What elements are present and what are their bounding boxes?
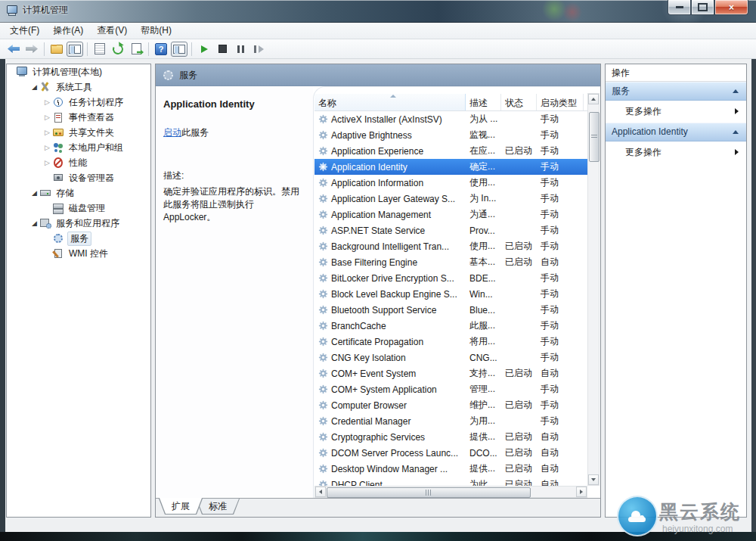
service-row[interactable]: DHCP Client 为此... 已启动 自动 (314, 477, 587, 486)
scroll-left-button[interactable] (315, 487, 326, 497)
action-item[interactable]: 更多操作 (606, 101, 746, 123)
service-row[interactable]: Credential Manager 为用... 手动 (314, 413, 587, 429)
tree-item[interactable]: 设备管理器 (7, 170, 150, 185)
tree-item[interactable]: ▷ 本地用户和组 (7, 140, 150, 155)
service-row[interactable]: Certificate Propagation 将用... 手动 (314, 334, 587, 350)
view-tab[interactable]: 标准 (196, 499, 240, 515)
menu-item[interactable]: 操作(A) (46, 23, 90, 39)
collapse-icon[interactable] (733, 130, 739, 134)
open-folder-icon[interactable] (48, 42, 65, 57)
tree-item[interactable]: ▷ 事件查看器 (7, 110, 150, 125)
service-row[interactable]: CNG Key Isolation CNG... 手动 (314, 350, 587, 365)
service-row[interactable]: BranchCache 此服... 手动 (314, 318, 587, 334)
tree-expander-icon[interactable]: ▷ (42, 159, 52, 166)
tree-expander-icon[interactable]: ▷ (42, 98, 52, 106)
console-tree-toggle-icon[interactable] (67, 42, 83, 57)
refresh-icon[interactable] (110, 42, 126, 57)
service-row[interactable]: Bluetooth Support Service Blue... 手动 (314, 302, 587, 318)
action-item[interactable]: 更多操作 (606, 141, 746, 163)
service-row[interactable]: Block Level Backup Engine S... Win... 手动 (314, 286, 587, 302)
tree-item[interactable]: ◢ 存储 (7, 185, 150, 201)
service-row[interactable]: Application Management 为通... 手动 (314, 207, 587, 222)
service-startup-type: 手动 (537, 160, 584, 173)
tree-expander-icon[interactable]: ◢ (29, 219, 39, 227)
service-row[interactable]: Desktop Window Manager ... 提供... 已启动 自动 (314, 461, 587, 477)
service-row[interactable]: Computer Browser 维护... 已启动 手动 (314, 397, 587, 413)
service-gear-icon (318, 225, 328, 235)
scroll-up-button[interactable] (588, 94, 599, 104)
tree-expander-icon[interactable]: ▷ (42, 144, 52, 151)
tree-item[interactable]: ▷ 任务计划程序 (7, 95, 150, 110)
start-service-link[interactable]: 启动 (163, 127, 181, 138)
service-row[interactable]: BitLocker Drive Encryption S... BDE... 手… (314, 270, 587, 286)
service-row[interactable]: COM+ System Application 管理... 手动 (314, 381, 587, 397)
tree-expander-icon[interactable]: ▷ (42, 129, 52, 136)
service-startup-type: 手动 (537, 208, 584, 221)
service-row[interactable]: Application Information 使用... 手动 (314, 175, 587, 191)
scroll-right-button[interactable] (576, 487, 587, 497)
service-row[interactable]: ActiveX Installer (AxInstSV) 为从 ... 手动 (314, 111, 587, 127)
list-column-header[interactable]: 状态 (501, 94, 537, 110)
horizontal-scrollbar[interactable] (314, 486, 587, 498)
tree-expander-icon[interactable]: ◢ (29, 189, 39, 197)
service-row[interactable]: DCOM Server Process Launc... DCO... 已启动 … (314, 445, 587, 461)
tree-item[interactable]: 服务 (7, 231, 150, 246)
service-startup-type: 手动 (537, 224, 584, 237)
service-startup-type: 自动 (537, 478, 584, 486)
restart-service-icon[interactable] (250, 42, 267, 57)
forward-arrow-icon[interactable] (23, 42, 40, 57)
collapse-icon[interactable] (733, 89, 739, 93)
pause-service-icon[interactable] (232, 42, 249, 57)
list-column-header[interactable]: 描述 (466, 94, 501, 110)
selected-service-title: Application Identity (163, 98, 305, 110)
service-name: ASP.NET State Service (331, 225, 425, 236)
tree-expander-icon[interactable]: ◢ (29, 83, 39, 91)
service-row[interactable]: Background Intelligent Tran... 使用... 已启动… (314, 238, 587, 254)
close-button[interactable]: × (714, 0, 748, 15)
start-service-icon[interactable] (196, 42, 212, 57)
service-startup-type: 手动 (537, 383, 584, 396)
menu-item[interactable]: 文件(F) (3, 23, 46, 39)
help-icon[interactable] (153, 42, 169, 57)
service-row[interactable]: COM+ Event System 支持... 已启动 自动 (314, 365, 587, 381)
export-list-icon[interactable] (128, 42, 144, 57)
vertical-scroll-thumb[interactable] (589, 112, 600, 162)
action-section-header[interactable]: Application Identity (606, 123, 746, 141)
properties-icon[interactable] (91, 42, 108, 57)
horizontal-scroll-thumb[interactable] (327, 487, 531, 498)
service-name-cell: Certificate Propagation (314, 337, 466, 347)
service-row[interactable]: Cryptographic Services 提供... 已启动 自动 (314, 429, 587, 445)
back-arrow-icon[interactable] (5, 42, 22, 57)
tree-item[interactable]: ▷ 共享文件夹 (7, 125, 150, 140)
menu-item[interactable]: 帮助(H) (134, 23, 178, 39)
service-gear-icon (318, 480, 328, 486)
tree-item[interactable]: 计算机管理(本地) (7, 64, 150, 79)
vertical-scrollbar[interactable] (587, 93, 600, 486)
service-row[interactable]: Adaptive Brightness 监视... 手动 (314, 127, 587, 143)
service-row[interactable]: Application Experience 在应... 已启动 手动 (314, 143, 587, 159)
tree-item[interactable]: ◢ 服务和应用程序 (7, 216, 150, 231)
service-gear-icon (318, 384, 328, 394)
show-hide-pane-icon[interactable] (171, 42, 187, 57)
list-column-header[interactable]: 名称 (314, 94, 466, 110)
stop-service-icon[interactable] (214, 42, 231, 57)
service-row[interactable]: Application Identity 确定... 手动 (314, 159, 587, 175)
service-row[interactable]: ASP.NET State Service Prov... 手动 (314, 222, 587, 238)
tree-item[interactable]: ▷ 性能 (7, 155, 150, 170)
title-bar: 计算机管理 × (0, 0, 756, 23)
minimize-button[interactable] (668, 0, 691, 15)
tree-item[interactable]: ◢ 系统工具 (7, 79, 150, 95)
tree-item-icon (52, 248, 64, 259)
action-section-header[interactable]: 服务 (606, 82, 746, 101)
tree-expander-icon[interactable]: ▷ (42, 113, 52, 121)
tree-item-label: 系统工具 (54, 80, 94, 95)
service-name-cell: Block Level Backup Engine S... (314, 289, 466, 300)
service-row[interactable]: Application Layer Gateway S... 为 In... 手… (314, 191, 587, 207)
menu-item[interactable]: 查看(V) (90, 23, 134, 39)
tree-item[interactable]: WMI 控件 (7, 246, 150, 261)
service-row[interactable]: Base Filtering Engine 基本... 已启动 自动 (314, 254, 587, 270)
tree-item[interactable]: 磁盘管理 (7, 201, 150, 216)
scroll-down-button[interactable] (588, 474, 599, 485)
list-column-header[interactable]: 启动类型 (537, 94, 584, 110)
maximize-button[interactable] (691, 0, 714, 15)
